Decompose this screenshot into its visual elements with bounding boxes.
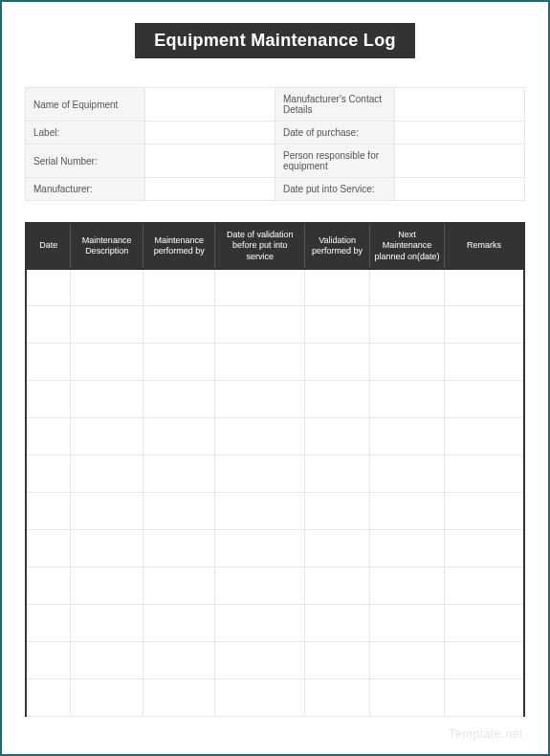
info-value-right (395, 178, 525, 201)
log-row (26, 530, 524, 567)
log-cell-dval (215, 344, 305, 381)
log-row (26, 381, 524, 418)
log-cell-dval (215, 605, 305, 642)
info-label-right: Date put into Service: (275, 178, 394, 201)
log-table-head: Date Maintenance Description Maintenance… (26, 223, 524, 269)
log-cell-mperf (143, 493, 215, 530)
log-row (26, 306, 524, 344)
log-cell-date (26, 381, 71, 418)
log-cell-date (26, 269, 71, 306)
log-cell-date (26, 679, 71, 717)
log-cell-next (369, 344, 444, 381)
header-vperf: Validation performed by (305, 223, 370, 269)
log-cell-remarks (445, 456, 524, 493)
log-cell-date (26, 605, 71, 642)
info-value-right (395, 122, 525, 145)
log-row (26, 493, 524, 530)
log-cell-mperf (143, 381, 215, 418)
log-cell-mperf (143, 567, 215, 605)
info-value-left (145, 122, 275, 145)
log-cell-mperf (143, 344, 215, 381)
log-cell-vperf (305, 679, 370, 717)
log-cell-next (369, 530, 444, 567)
log-row (26, 567, 524, 605)
log-cell-desc (71, 530, 143, 567)
info-row: Name of EquipmentManufacturer's Contact … (26, 88, 525, 122)
log-cell-desc (71, 269, 143, 306)
log-cell-vperf (305, 269, 370, 306)
log-cell-desc (71, 344, 143, 381)
header-next: Next Maintenance planned on(date) (369, 223, 444, 269)
log-cell-dval (215, 642, 305, 679)
log-cell-vperf (305, 642, 370, 679)
log-cell-mperf (143, 679, 215, 717)
log-cell-desc (71, 567, 143, 605)
header-desc: Maintenance Description (71, 223, 143, 269)
log-row (26, 679, 524, 717)
log-cell-date (26, 306, 71, 344)
log-cell-next (369, 269, 444, 306)
info-row: Label:Date of purchase: (26, 122, 525, 145)
log-cell-desc (71, 605, 143, 642)
info-table: Name of EquipmentManufacturer's Contact … (25, 87, 525, 201)
log-cell-date (26, 418, 71, 456)
log-cell-next (369, 381, 444, 418)
log-cell-date (26, 642, 71, 679)
log-cell-remarks (445, 642, 524, 679)
header-dval: Date of validation before put into servi… (215, 223, 305, 269)
info-label-right: Date of purchase: (275, 122, 394, 145)
log-cell-remarks (445, 679, 524, 717)
log-cell-vperf (305, 381, 370, 418)
log-cell-date (26, 344, 71, 381)
watermark: Template.net (449, 726, 523, 741)
header-remarks: Remarks (445, 223, 524, 269)
info-value-right (395, 88, 525, 122)
header-mperf: Maintenance performed by (143, 223, 215, 269)
log-cell-desc (71, 306, 143, 344)
log-cell-remarks (445, 418, 524, 456)
log-cell-next (369, 418, 444, 456)
log-cell-next (369, 679, 444, 717)
log-row (26, 269, 524, 306)
log-cell-dval (215, 530, 305, 567)
log-cell-mperf (143, 530, 215, 567)
log-cell-vperf (305, 456, 370, 493)
log-cell-remarks (445, 306, 524, 344)
log-cell-remarks (445, 269, 524, 306)
info-value-left (145, 88, 275, 122)
log-cell-dval (215, 381, 305, 418)
log-row (26, 605, 524, 642)
log-table: Date Maintenance Description Maintenance… (25, 222, 525, 717)
log-cell-dval (215, 269, 305, 306)
info-label-left: Manufacturer: (26, 178, 145, 201)
info-label-left: Serial Number: (26, 145, 145, 178)
log-row (26, 344, 524, 381)
log-cell-mperf (143, 306, 215, 344)
info-label-right: Person responsible for equipment (275, 145, 394, 178)
title-wrap: Equipment Maintenance Log (25, 23, 525, 58)
log-cell-dval (215, 567, 305, 605)
log-cell-date (26, 530, 71, 567)
log-row (26, 456, 524, 493)
log-cell-remarks (445, 381, 524, 418)
log-cell-next (369, 567, 444, 605)
log-cell-vperf (305, 344, 370, 381)
log-cell-date (26, 567, 71, 605)
info-label-left: Name of Equipment (26, 88, 145, 122)
log-cell-desc (71, 456, 143, 493)
log-cell-vperf (305, 605, 370, 642)
info-value-left (145, 145, 275, 178)
log-cell-remarks (445, 344, 524, 381)
log-cell-next (369, 456, 444, 493)
log-cell-mperf (143, 605, 215, 642)
log-cell-mperf (143, 642, 215, 679)
log-cell-mperf (143, 418, 215, 456)
info-label-right: Manufacturer's Contact Details (275, 88, 394, 122)
log-cell-dval (215, 679, 305, 717)
info-label-left: Label: (26, 122, 145, 145)
log-cell-desc (71, 642, 143, 679)
info-value-left (145, 178, 275, 201)
log-cell-remarks (445, 493, 524, 530)
log-cell-vperf (305, 567, 370, 605)
log-table-body (26, 269, 524, 717)
